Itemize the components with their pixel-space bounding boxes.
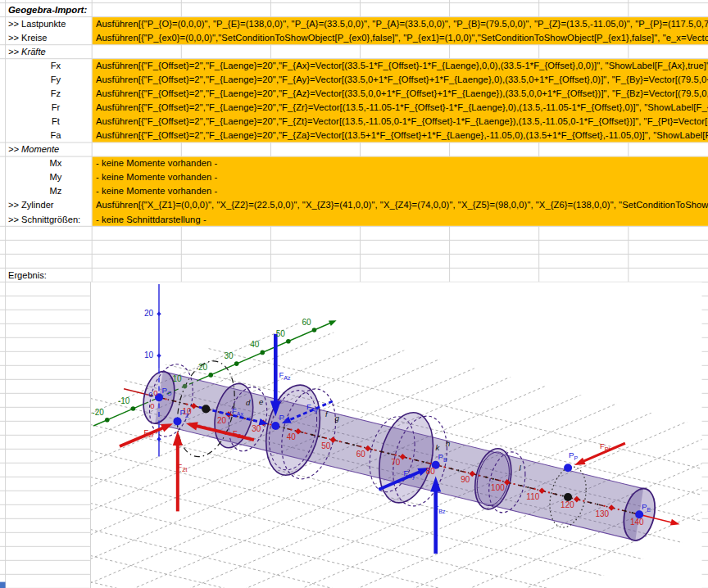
svg-text:Za: Za [238, 433, 244, 439]
svg-text:140: 140 [630, 518, 644, 527]
svg-text:10: 10 [172, 374, 182, 383]
svg-text:60: 60 [302, 318, 311, 327]
svg-text:O: O [167, 391, 172, 396]
svg-text:A: A [284, 418, 288, 423]
svg-text:50: 50 [276, 329, 286, 338]
svg-text:0: 0 [150, 401, 154, 410]
svg-text:g: g [335, 414, 340, 423]
svg-text:Ay: Ay [311, 407, 319, 414]
svg-text:e: e [259, 397, 263, 406]
svg-text:80: 80 [426, 467, 436, 476]
svg-text:110: 110 [526, 492, 539, 501]
svg-text:P: P [574, 455, 579, 461]
svg-text:20: 20 [198, 363, 208, 372]
svg-text:70: 70 [391, 458, 401, 467]
svg-text:E: E [647, 507, 651, 513]
svg-text:130: 130 [596, 509, 610, 518]
svg-text:60: 60 [356, 450, 366, 459]
svg-text:-20: -20 [92, 408, 104, 417]
svg-text:B: B [443, 457, 447, 463]
svg-text:Bz: Bz [438, 509, 446, 514]
svg-text:20: 20 [144, 309, 154, 318]
svg-text:By: By [408, 473, 415, 480]
svg-text:0: 0 [148, 390, 152, 399]
svg-text:100: 100 [491, 483, 505, 492]
svg-text:40: 40 [250, 340, 260, 349]
svg-text:20: 20 [217, 416, 227, 425]
svg-text:Zr: Zr [148, 432, 154, 438]
svg-text:50: 50 [321, 441, 331, 450]
svg-text:h: h [446, 439, 450, 448]
svg-text:0: 0 [153, 388, 157, 397]
svg-text:Z: Z [185, 413, 188, 418]
svg-text:120: 120 [560, 500, 574, 509]
svg-text:Pt: Pt [605, 446, 610, 452]
svg-text:90: 90 [461, 475, 470, 484]
svg-text:-10: -10 [118, 396, 130, 405]
svg-text:Az: Az [284, 375, 291, 381]
svg-text:Ax: Ax [237, 411, 244, 417]
svg-text:30: 30 [225, 351, 234, 360]
svg-text:d: d [246, 398, 251, 407]
svg-text:30: 30 [252, 424, 261, 433]
svg-text:10: 10 [144, 351, 154, 360]
svg-text:Zt: Zt [182, 467, 187, 473]
svg-text:40: 40 [287, 432, 297, 441]
